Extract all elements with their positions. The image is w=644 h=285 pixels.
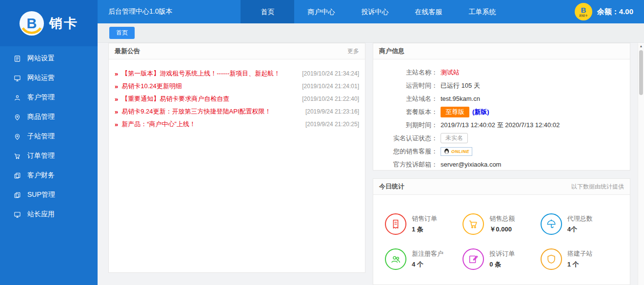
announcement-item[interactable]: »易销卡10.24更新明细 [2019/10/24 21:24:01] (115, 80, 359, 93)
qq-online-label: ONLINE (451, 149, 469, 154)
announcements-header: 最新公告 更多 (109, 43, 365, 59)
topbar: 后台管理中心1.0版本 首页 商户中心 投诉中心 在线客服 工单系统 B 易销卡… (98, 0, 644, 23)
announcement-item[interactable]: »【第一版本】游戏租号系统上线！------新项目、新起航！ [2019/10/… (115, 67, 359, 80)
stat-built-subsites: 搭建子站 1 个 (541, 248, 618, 270)
map-pin-icon (13, 114, 21, 121)
brand-logo: B 销卡 (0, 0, 98, 46)
sidebar-item-label: SUP管理 (27, 190, 55, 199)
stat-value: 1 个 (567, 260, 593, 269)
today-stats-header: 今日统计 以下数据由统计提供 (373, 179, 630, 195)
runtime-value: 已运行 105 天 (441, 81, 480, 90)
info-row-complaint-email: 官方投诉邮箱： server@yixiaoka.com (383, 158, 620, 171)
clipboard-icon (13, 55, 21, 62)
copy-icon (13, 172, 21, 179)
stat-agent-total: 代理总数 4个 (541, 213, 618, 235)
breadcrumb-tab-home[interactable]: 首页 (109, 27, 135, 39)
qq-online-badge[interactable]: ONLINE (441, 147, 472, 156)
stat-value: 0 条 (489, 260, 515, 269)
site-name-value: 测试站 (441, 68, 460, 77)
announcements-panel: 最新公告 更多 »【第一版本】游戏租号系统上线！------新项目、新起航！ [… (108, 43, 365, 273)
stat-label: 销售总额 (489, 214, 515, 223)
info-row-expiry: 到期时间： 2019/7/13 12:40:02 至 2020/7/13 12:… (383, 118, 620, 132)
top-nav: 首页 商户中心 投诉中心 在线客服 工单系统 (241, 0, 509, 23)
monitor-icon (13, 211, 21, 218)
stat-new-customers: 新注册客户 4 个 (385, 248, 463, 270)
account-logo-badge[interactable]: B 易销卡 (575, 3, 592, 20)
sidebar-item-customer-finance[interactable]: 客户财务 (0, 166, 98, 185)
panel-title: 今日统计 (379, 182, 404, 191)
announcement-item[interactable]: »【重要通知】易销卡要求商户自检自查 [2019/10/24 21:22:40] (115, 93, 359, 105)
scrollbar-thumb[interactable] (639, 50, 643, 95)
announcement-date: [2019/9/24 21:20:25] (305, 121, 359, 128)
realname-status-badge[interactable]: 未实名 (441, 133, 468, 143)
announcement-title[interactable]: »易销卡9.24更新：开放第三方快捷登陆API配置权限！ (115, 107, 271, 116)
stat-label: 销售订单 (412, 214, 437, 223)
info-label: 主站域名： (383, 95, 438, 103)
announcement-item[interactable]: »新产品：“商户中心”上线！ [2019/9/24 21:20:25] (115, 118, 359, 131)
email-value: server@yixiaoka.com (441, 161, 501, 168)
sidebar-item-site-operation[interactable]: 网站运营 (0, 68, 98, 88)
sidebar-menu: 网站设置 网站运营 客户管理 商品管理 子站管理 订单管理 (0, 46, 98, 224)
sidebar-item-label: 站长应用 (27, 210, 55, 219)
stats-note: 以下数据由统计提供 (571, 183, 624, 191)
more-link[interactable]: 更多 (347, 47, 359, 56)
sidebar-item-site-settings[interactable]: 网站设置 (0, 49, 98, 68)
announcement-list: »【第一版本】游戏租号系统上线！------新项目、新起航！ [2019/10/… (109, 59, 365, 138)
nav-item-online-service[interactable]: 在线客服 (402, 0, 455, 23)
map-pin-icon (13, 133, 21, 140)
sidebar-item-product-management[interactable]: 商品管理 (0, 107, 98, 127)
stat-label: 代理总数 (567, 214, 593, 223)
plan-new-label[interactable]: (新版) (472, 108, 489, 116)
sidebar-item-label: 订单管理 (27, 152, 55, 160)
stat-value: ￥0.000 (489, 225, 515, 234)
nav-item-ticket-system[interactable]: 工单系统 (455, 0, 509, 23)
announcement-title[interactable]: »【重要通知】易销卡要求商户自检自查 (115, 95, 229, 103)
stat-complaint-orders: 投诉订单 0 条 (463, 248, 540, 270)
sidebar-item-customer-management[interactable]: 客户管理 (0, 88, 98, 107)
sidebar-item-label: 客户管理 (27, 93, 55, 102)
sidebar-item-label: 客户财务 (27, 171, 55, 180)
system-title: 后台管理中心1.0版本 (98, 7, 172, 16)
main-area: 后台管理中心1.0版本 首页 商户中心 投诉中心 在线客服 工单系统 B 易销卡… (98, 0, 644, 285)
info-label: 主站名称： (383, 68, 438, 77)
today-stats-panel: 今日统计 以下数据由统计提供 销售订单 1 条 (373, 178, 630, 285)
info-label: 您的销售客服： (383, 147, 438, 156)
sidebar-item-webmaster-apps[interactable]: 站长应用 (0, 205, 98, 224)
cart-icon (463, 213, 484, 235)
double-arrow-icon: » (115, 121, 118, 128)
sidebar-item-label: 子站管理 (27, 132, 55, 141)
nav-item-home[interactable]: 首页 (241, 0, 294, 23)
double-arrow-icon: » (115, 70, 118, 77)
edit-square-icon (463, 248, 484, 270)
breadcrumb: 首页 (98, 23, 644, 43)
right-column: 商户信息 主站名称： 测试站 运营时间： 已运行 105 天 主站域名： (373, 43, 630, 285)
announcement-date: [2019/10/24 21:22:40] (302, 95, 359, 102)
balance-label: 余额：4.00 (597, 7, 633, 17)
umbrella-icon (541, 213, 562, 235)
sidebar-item-substation-management[interactable]: 子站管理 (0, 127, 98, 146)
announcement-title[interactable]: »新产品：“商户中心”上线！ (115, 120, 196, 129)
nav-item-merchant-center[interactable]: 商户中心 (294, 0, 348, 23)
announcement-title[interactable]: »易销卡10.24更新明细 (115, 82, 182, 91)
sidebar-item-sup-management[interactable]: SUP管理 (0, 185, 98, 205)
info-label: 套餐版本： (383, 108, 438, 116)
stat-value: 1 条 (412, 225, 437, 234)
announcement-item[interactable]: »易销卡9.24更新：开放第三方快捷登陆API配置权限！ [2019/9/24 … (115, 105, 359, 118)
merchant-info-panel: 商户信息 主站名称： 测试站 运营时间： 已运行 105 天 主站域名： (373, 43, 630, 171)
cart-icon (13, 152, 21, 160)
domain-value: test.95kam.cn (441, 95, 480, 102)
plan-badge: 至尊版 (441, 107, 469, 117)
announcement-title[interactable]: »【第一版本】游戏租号系统上线！------新项目、新起航！ (115, 69, 280, 78)
qq-penguin-icon (443, 148, 450, 154)
sidebar-item-order-management[interactable]: 订单管理 (0, 146, 98, 166)
badge-text: 易销卡 (579, 14, 588, 17)
nav-item-complaint-center[interactable]: 投诉中心 (348, 0, 402, 23)
scrollbar-up-arrow[interactable]: ▲ (638, 43, 644, 49)
announcement-date: [2019/9/24 21:23:16] (305, 108, 359, 115)
content-area: 最新公告 更多 »【第一版本】游戏租号系统上线！------新项目、新起航！ [… (98, 43, 644, 285)
double-arrow-icon: » (115, 95, 118, 103)
vertical-scrollbar[interactable]: ▲ (638, 43, 644, 285)
stat-label: 搭建子站 (567, 249, 593, 258)
announcement-date: [2019/10/24 21:34:24] (302, 70, 359, 77)
badge-letter: B (581, 6, 586, 14)
